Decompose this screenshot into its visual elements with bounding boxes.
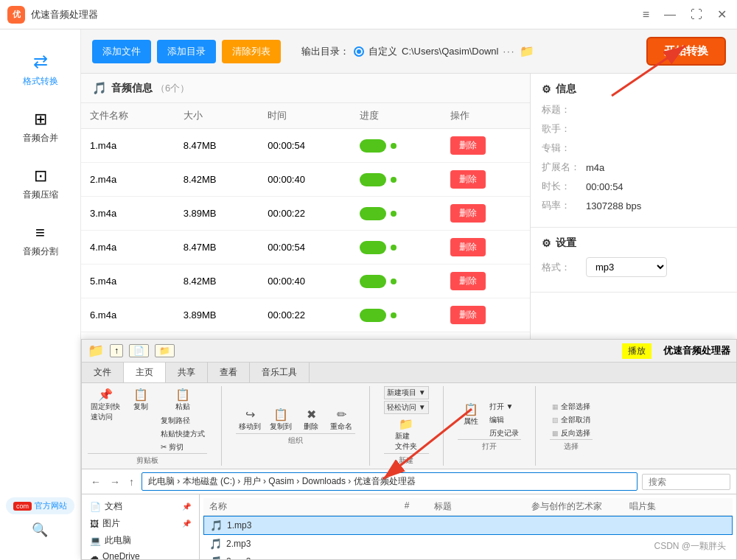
file-time: 00:00:40	[259, 163, 350, 197]
sidebar-computer[interactable]: 💻 此电脑	[85, 532, 195, 549]
pin-quick-access-button[interactable]: 📌 固定到快速访问	[88, 386, 123, 424]
explorer-file-item[interactable]: 🎵 2.mp3	[203, 535, 733, 553]
delete-file-button[interactable]: 删除	[450, 238, 486, 256]
output-radio[interactable]	[354, 46, 364, 57]
tab-home[interactable]: 主页	[124, 363, 166, 382]
maximize-icon[interactable]: ⛶	[688, 5, 705, 24]
file-name: 2.m4a	[81, 163, 175, 197]
tab-share[interactable]: 共享	[166, 363, 208, 382]
explorer-sidebar: 📄 文档 📌 🖼 图片 📌 💻 此电脑 ☁ OneDrive	[82, 494, 200, 559]
mp3-file-icon: 🎵	[209, 538, 222, 550]
properties-button[interactable]: 📋 属性	[458, 401, 484, 439]
explorer-address-bar: ← → ↑ 此电脑 › 本地磁盘 (C:) › 用户 › Qasim › Dow…	[82, 469, 736, 494]
tab-view[interactable]: 查看	[208, 363, 250, 382]
close-icon[interactable]: ✕	[714, 4, 730, 24]
merge-icon: ⊞	[34, 110, 47, 129]
sidebar-item-format[interactable]: ⇄ 格式转换	[7, 44, 74, 95]
address-path[interactable]: 此电脑 › 本地磁盘 (C:) › 用户 › Qasim › Downloads…	[142, 472, 638, 491]
split-icon: ≡	[35, 223, 45, 242]
tab-file[interactable]: 文件	[82, 363, 124, 382]
format-select[interactable]: mp3 wav flac aac ogg	[586, 257, 667, 277]
pin-icon: 📌	[98, 388, 113, 402]
sidebar-item-compress[interactable]: ⊡ 音频压缩	[7, 159, 74, 209]
panel-icon: 🎵	[92, 81, 107, 95]
output-option: 自定义	[368, 45, 397, 58]
sidebar-onedrive[interactable]: ☁ OneDrive	[85, 549, 195, 559]
copy-path-button[interactable]: 复制路径	[158, 415, 207, 427]
copy-button[interactable]: 📋 复制	[128, 386, 154, 413]
select-all-button[interactable]: ▦全部选择	[550, 401, 593, 413]
delete-file-button[interactable]: 删除	[450, 170, 486, 189]
search-icon[interactable]: 🔍	[32, 522, 48, 538]
file-action: 删除	[441, 163, 530, 197]
file-size: 8.47MB	[175, 231, 259, 265]
easy-access-button[interactable]: 轻松访问 ▼	[384, 401, 429, 414]
file-table: 文件名称 大小 时间 进度 操作 1.m4a 8.47MB 00:00:54	[81, 103, 530, 332]
rename-button[interactable]: ✏ 重命名	[327, 406, 355, 433]
copy-to-button[interactable]: 📋 复制到	[267, 406, 295, 433]
sidebar-pictures[interactable]: 🖼 图片 📌	[85, 515, 195, 532]
sidebar-bottom: com 官方网站 🔍	[6, 497, 74, 538]
sidebar-item-split[interactable]: ≡ 音频分割	[7, 216, 74, 265]
info-row-singer: 歌手：	[542, 122, 726, 136]
tab-music-tools[interactable]: 音乐工具	[250, 363, 310, 382]
menu-icon[interactable]: ≡	[640, 5, 652, 24]
open-button[interactable]: 打开 ▼	[487, 401, 521, 413]
delete-file-button[interactable]: 删除	[450, 136, 486, 155]
invert-icon: ▩	[552, 430, 559, 437]
delete-file-button[interactable]: 删除	[450, 204, 486, 223]
paste-button[interactable]: 📋 粘贴	[158, 386, 207, 413]
explorer-file-item[interactable]: 🎵 1.mp3	[203, 516, 733, 535]
explorer-folder-icon: 📁	[88, 343, 104, 359]
move-to-button[interactable]: ↪ 移动到	[236, 406, 264, 433]
progress-bar-fill	[360, 173, 386, 186]
search-input[interactable]	[642, 474, 730, 490]
info-section-header: ⚙ 信息	[542, 83, 726, 96]
table-row[interactable]: 5.m4a 8.42MB 00:00:40 删除	[81, 265, 530, 298]
file-action: 删除	[441, 298, 530, 332]
official-label: 官方网站	[35, 500, 67, 511]
file-time: 00:00:40	[259, 265, 350, 298]
settings-section-header: ⚙ 设置	[542, 237, 726, 250]
pin-icon-small: 📌	[182, 503, 191, 511]
new-folder-button[interactable]: 📁 新建文件夹	[384, 416, 429, 453]
new-item-button[interactable]: 新建项目 ▼	[384, 386, 429, 399]
add-dir-button[interactable]: 添加目录	[157, 40, 216, 63]
table-row[interactable]: 3.m4a 3.89MB 00:00:22 删除	[81, 197, 530, 231]
start-convert-button[interactable]: 开始转换	[646, 37, 726, 66]
mp3-file-icon: 🎵	[210, 519, 223, 531]
paste-shortcut-button[interactable]: 粘贴快捷方式	[158, 428, 207, 440]
edit-button[interactable]: 编辑	[487, 414, 521, 426]
up-button[interactable]: ↑	[126, 475, 137, 489]
window-controls: ≡ — ⛶ ✕	[640, 4, 730, 24]
table-row[interactable]: 1.m4a 8.47MB 00:00:54 删除	[81, 129, 530, 163]
folder-icon[interactable]: 📁	[520, 44, 534, 58]
info-label-title: 标题：	[542, 103, 586, 116]
info-value-duration: 00:00:54	[586, 181, 624, 192]
sidebar-documents[interactable]: 📄 文档 📌	[85, 498, 195, 515]
deselect-all-button[interactable]: ▧全部取消	[550, 414, 593, 426]
invert-select-button[interactable]: ▩反向选择	[550, 427, 593, 439]
delete-button[interactable]: ✖ 删除	[298, 406, 324, 433]
table-row[interactable]: 4.m4a 8.47MB 00:00:54 删除	[81, 231, 530, 265]
minimize-icon[interactable]: —	[661, 5, 679, 24]
cut-button[interactable]: ✂ 剪切	[158, 441, 207, 453]
official-btn[interactable]: com 官方网站	[6, 497, 74, 514]
explorer-file-item[interactable]: 🎵 3.mp3	[203, 553, 733, 559]
add-file-button[interactable]: 添加文件	[92, 40, 151, 63]
forward-button[interactable]: →	[107, 475, 123, 489]
file-action: 删除	[441, 265, 530, 298]
compress-icon: ⊡	[34, 167, 47, 186]
sidebar-item-merge[interactable]: ⊞ 音频合并	[7, 102, 74, 152]
delete-file-button[interactable]: 删除	[450, 306, 486, 324]
table-row[interactable]: 2.m4a 8.42MB 00:00:40 删除	[81, 163, 530, 197]
explorer-body: 📄 文档 📌 🖼 图片 📌 💻 此电脑 ☁ OneDrive 名称 #	[82, 494, 736, 559]
more-button[interactable]: ···	[503, 46, 515, 57]
delete-file-button[interactable]: 删除	[450, 272, 486, 290]
file-progress	[351, 298, 441, 332]
open-label: 打开	[458, 439, 521, 452]
table-row[interactable]: 6.m4a 3.89MB 00:00:22 删除	[81, 298, 530, 332]
back-button[interactable]: ←	[88, 475, 104, 489]
clear-list-button[interactable]: 清除列表	[222, 40, 281, 63]
history-button[interactable]: 历史记录	[487, 427, 521, 439]
